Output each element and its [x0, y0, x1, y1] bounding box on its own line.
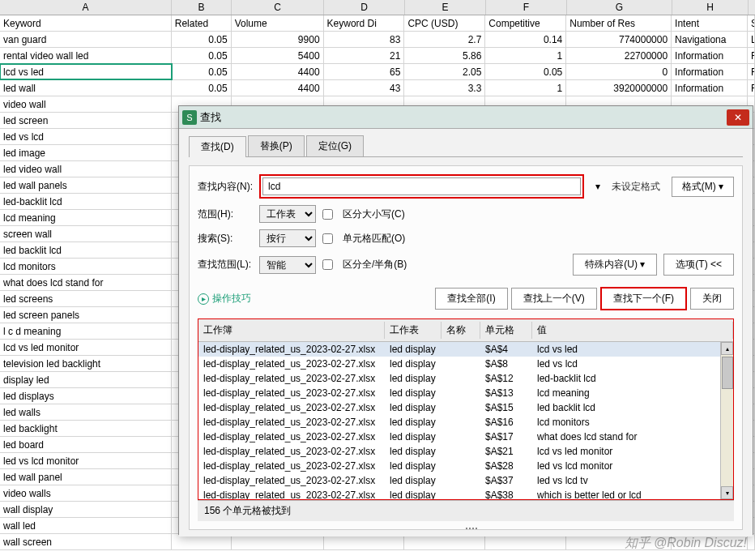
- cell[interactable]: 774000000: [566, 32, 672, 47]
- cell[interactable]: Lo: [748, 32, 755, 47]
- cell[interactable]: led displays: [0, 388, 172, 404]
- results-scrollbar[interactable]: ▴ ▾: [720, 342, 733, 499]
- result-row[interactable]: led-display_related_us_2023-02-27.xlsxle…: [198, 400, 733, 415]
- col-header-a[interactable]: A: [0, 0, 172, 15]
- cell[interactable]: lcd meaning: [0, 210, 172, 225]
- cell[interactable]: 0.05: [172, 80, 232, 96]
- result-row[interactable]: led-display_related_us_2023-02-27.xlsxle…: [198, 371, 733, 386]
- find-prev-button[interactable]: 查找上一个(V): [511, 288, 597, 310]
- cell[interactable]: 5400: [232, 48, 324, 63]
- cell[interactable]: 9900: [232, 32, 324, 47]
- col-worksheet[interactable]: 工作表: [385, 322, 441, 339]
- col-header-f[interactable]: F: [486, 0, 567, 15]
- find-all-button[interactable]: 查找全部(I): [435, 288, 507, 310]
- cell[interactable]: led wall: [0, 80, 172, 96]
- cell[interactable]: 65: [324, 64, 405, 79]
- cell[interactable]: Re: [748, 80, 755, 96]
- table-row[interactable]: rental video wall led0.055400215.8612270…: [0, 48, 755, 64]
- col-cell[interactable]: 单元格: [480, 322, 532, 339]
- header-cell[interactable]: Keyword: [0, 15, 172, 31]
- cell[interactable]: lcd vs led: [0, 64, 172, 79]
- cell[interactable]: lcd vs led monitor: [0, 340, 172, 355]
- cell[interactable]: 0.05: [172, 32, 232, 47]
- options-button[interactable]: 选项(T) <<: [663, 254, 734, 276]
- result-row[interactable]: led-display_related_us_2023-02-27.xlsxle…: [198, 357, 733, 371]
- result-row[interactable]: led-display_related_us_2023-02-27.xlsxle…: [198, 473, 733, 488]
- find-input[interactable]: [262, 177, 581, 195]
- col-header-c[interactable]: C: [232, 0, 324, 15]
- find-next-button[interactable]: 查找下一个(F): [600, 287, 687, 310]
- header-cell[interactable]: Competitive: [485, 15, 566, 31]
- scroll-down-icon[interactable]: ▾: [721, 486, 733, 499]
- tab-goto[interactable]: 定位(G): [306, 135, 364, 156]
- col-header-e[interactable]: E: [405, 0, 486, 15]
- table-row[interactable]: lcd vs led0.054400652.050.050Information…: [0, 64, 755, 80]
- match-case-checkbox[interactable]: [322, 209, 333, 220]
- cell[interactable]: wall led: [0, 518, 172, 533]
- header-cell[interactable]: Number of Res: [566, 15, 672, 31]
- result-row[interactable]: led-display_related_us_2023-02-27.xlsxle…: [198, 444, 733, 459]
- header-cell[interactable]: Intent: [672, 15, 748, 31]
- col-header-d[interactable]: D: [324, 0, 405, 15]
- cell[interactable]: 83: [324, 32, 405, 47]
- scope-select[interactable]: 工作表: [259, 205, 316, 223]
- cell[interactable]: Fe: [748, 64, 755, 79]
- close-button[interactable]: 关闭: [690, 288, 734, 310]
- format-button[interactable]: 格式(M) ▾: [672, 177, 734, 197]
- cell[interactable]: 0.14: [485, 32, 566, 47]
- lookin-select[interactable]: 智能: [259, 256, 316, 274]
- cell[interactable]: led backlit lcd: [0, 242, 172, 258]
- cell[interactable]: led wall panels: [0, 177, 172, 193]
- table-row[interactable]: led wall0.054400433.313920000000Informat…: [0, 80, 755, 96]
- cell[interactable]: led walls: [0, 404, 172, 420]
- cell[interactable]: van guard: [0, 32, 172, 47]
- col-value[interactable]: 值: [532, 322, 733, 339]
- cell[interactable]: Information: [672, 64, 748, 79]
- cell[interactable]: 0: [566, 64, 672, 79]
- cell[interactable]: Navigationa: [672, 32, 748, 47]
- cell[interactable]: led video wall: [0, 161, 172, 177]
- cell[interactable]: 5.86: [404, 48, 485, 63]
- cell[interactable]: led backlight: [0, 421, 172, 436]
- header-cell[interactable]: Keyword Di: [324, 15, 405, 31]
- scroll-up-icon[interactable]: ▴: [721, 342, 733, 355]
- cell[interactable]: lcd monitors: [0, 259, 172, 274]
- col-header-g[interactable]: G: [567, 0, 672, 15]
- cell[interactable]: screen wall: [0, 226, 172, 242]
- cell[interactable]: led screen panels: [0, 307, 172, 323]
- col-name[interactable]: 名称: [441, 322, 480, 339]
- cell[interactable]: 1: [485, 48, 566, 63]
- result-row[interactable]: led-display_related_us_2023-02-27.xlsxle…: [198, 488, 733, 499]
- close-icon[interactable]: ✕: [727, 109, 749, 126]
- cell[interactable]: Information: [672, 48, 748, 63]
- cell[interactable]: led vs lcd: [0, 129, 172, 144]
- cell[interactable]: led image: [0, 145, 172, 160]
- cell[interactable]: 4400: [232, 64, 324, 79]
- match-whole-checkbox[interactable]: [322, 233, 333, 244]
- cell[interactable]: 0.05: [172, 48, 232, 63]
- cell[interactable]: television led backlight: [0, 356, 172, 371]
- special-button[interactable]: 特殊内容(U) ▾: [573, 254, 657, 276]
- tab-find[interactable]: 查找(D): [189, 136, 246, 157]
- cell[interactable]: 0.05: [485, 64, 566, 79]
- result-row[interactable]: led-display_related_us_2023-02-27.xlsxle…: [198, 342, 733, 357]
- scroll-thumb[interactable]: [722, 357, 733, 389]
- cell[interactable]: led screens: [0, 291, 172, 306]
- cell[interactable]: 3920000000: [566, 80, 672, 96]
- cell[interactable]: 1: [485, 80, 566, 96]
- result-row[interactable]: led-display_related_us_2023-02-27.xlsxle…: [198, 386, 733, 400]
- match-width-checkbox[interactable]: [322, 259, 333, 270]
- cell[interactable]: led-backlit lcd: [0, 194, 172, 209]
- cell[interactable]: 2.7: [404, 32, 485, 47]
- result-row[interactable]: led-display_related_us_2023-02-27.xlsxle…: [198, 459, 733, 473]
- dialog-titlebar[interactable]: S 查找 ✕: [179, 106, 753, 129]
- cell[interactable]: 3.3: [404, 80, 485, 96]
- header-cell[interactable]: CPC (USD): [404, 15, 485, 31]
- col-header-b[interactable]: B: [172, 0, 232, 15]
- cell[interactable]: rental video wall led: [0, 48, 172, 63]
- cell[interactable]: wall screen: [0, 534, 172, 549]
- cell[interactable]: led wall panel: [0, 469, 172, 485]
- search-select[interactable]: 按行: [259, 229, 316, 247]
- col-header-h[interactable]: H: [672, 0, 749, 15]
- cell[interactable]: led vs lcd monitor: [0, 453, 172, 468]
